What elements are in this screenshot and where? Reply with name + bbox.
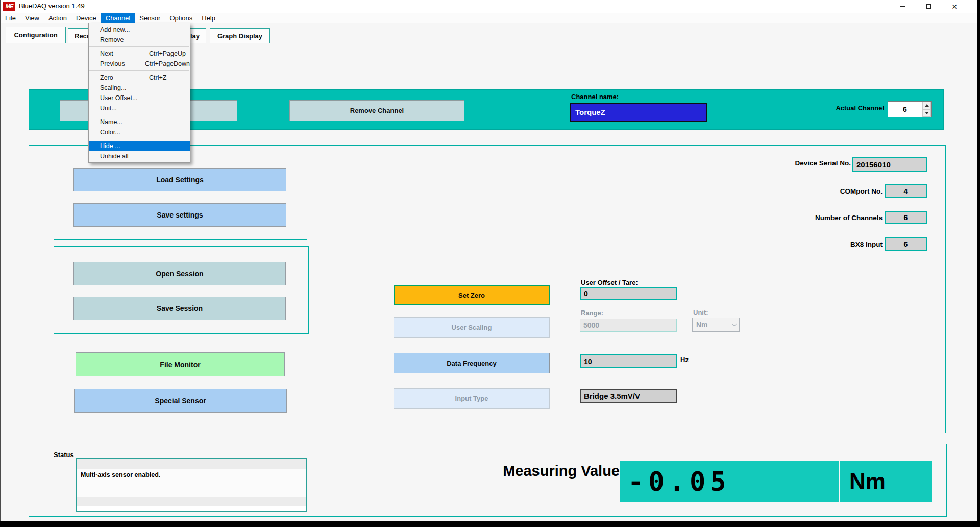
status-message: Multi-axis sensor enabled.: [77, 469, 306, 497]
menu-item-shortcut: Ctrl+PageDown: [145, 60, 190, 67]
menu-view[interactable]: View: [20, 13, 44, 23]
data-frequency-field[interactable]: 10: [580, 354, 677, 368]
status-box: Multi-axis sensor enabled.: [76, 458, 307, 512]
restore-icon: [926, 4, 931, 9]
menu-item-label: Next: [100, 50, 149, 57]
stepper-down-button[interactable]: [922, 109, 931, 117]
unit-dropdown: Nm: [692, 318, 740, 332]
menu-options[interactable]: Options: [165, 13, 197, 23]
minimize-icon: [900, 6, 905, 7]
menu-separator: [89, 139, 189, 139]
menu-action[interactable]: Action: [44, 13, 71, 23]
save-settings-button[interactable]: Save settings: [74, 203, 286, 227]
channel-dropdown-menu: Add new... Remove NextCtrl+PageUp Previo…: [88, 23, 190, 163]
chevron-up-icon: [925, 104, 929, 107]
chevron-down-icon: [925, 112, 929, 114]
menu-item-label: Zero: [100, 74, 149, 81]
bx8-input-field[interactable]: 6: [885, 237, 927, 251]
num-channels-label: Number of Channels: [780, 214, 883, 222]
menu-item-hide[interactable]: Hide ...: [89, 141, 190, 151]
menu-item-previous[interactable]: PreviousCtrl+PageDown: [89, 59, 190, 69]
menu-item-label: Remove: [100, 36, 149, 43]
menu-item-label: Unit...: [100, 105, 149, 112]
actual-channel-stepper[interactable]: 6: [888, 101, 932, 117]
menu-separator: [89, 70, 189, 71]
menu-item-label: Hide ...: [100, 142, 149, 150]
bx8-input-label: BX8 Input: [780, 241, 883, 248]
close-icon: ✕: [951, 3, 958, 10]
device-serial-field[interactable]: 20156010: [852, 157, 927, 172]
range-field: 5000: [580, 319, 677, 332]
file-monitor-button[interactable]: File Monitor: [76, 352, 285, 376]
menu-item-label: User Offset...: [100, 94, 149, 102]
num-channels-field[interactable]: 6: [885, 211, 927, 224]
menu-item-label: Previous: [100, 60, 145, 67]
app-window: ME BlueDAQ version 1.49 ✕ File View Acti…: [0, 0, 977, 521]
measuring-unit-display: Nm: [840, 461, 932, 502]
minimize-button[interactable]: [891, 0, 914, 13]
menu-item-unhide-all[interactable]: Unhide all: [89, 151, 190, 161]
menu-item-user-offset[interactable]: User Offset...: [89, 93, 190, 103]
open-session-button[interactable]: Open Session: [74, 262, 286, 285]
menu-device[interactable]: Device: [71, 13, 101, 23]
menu-help[interactable]: Help: [197, 13, 220, 23]
actual-channel-label: Actual Channel: [828, 104, 884, 112]
user-scaling-button: User Scaling: [394, 317, 550, 338]
measuring-value-display: -0.05: [620, 461, 839, 502]
menu-separator: [89, 115, 189, 115]
status-strip: [77, 497, 306, 506]
menu-sensor[interactable]: Sensor: [135, 13, 165, 23]
set-zero-button[interactable]: Set Zero: [394, 285, 550, 305]
unit-label: Unit:: [693, 308, 708, 316]
menu-item-shortcut: Ctrl+Z: [149, 74, 166, 81]
load-settings-button[interactable]: Load Settings: [74, 168, 286, 191]
app-logo-icon: ME: [3, 2, 15, 11]
menu-item-label: Unhide all: [100, 153, 149, 160]
hz-label: Hz: [680, 356, 689, 364]
user-offset-label: User Offset / Tare:: [581, 279, 638, 286]
channel-name-label: Channel name:: [571, 93, 619, 101]
menu-item-color[interactable]: Color...: [89, 127, 190, 137]
input-type-button: Input Type: [394, 388, 550, 409]
remove-channel-button[interactable]: Remove Channel: [289, 100, 464, 121]
user-offset-field[interactable]: 0: [580, 287, 677, 300]
stepper-buttons: [922, 102, 931, 117]
session-groupbox: Open Session Save Session: [54, 246, 309, 334]
actual-channel-value: 6: [888, 102, 922, 117]
close-button[interactable]: ✕: [943, 0, 966, 13]
menu-separator: [89, 46, 189, 47]
tab-graph-display[interactable]: Graph Display: [210, 28, 270, 43]
menu-item-unit[interactable]: Unit...: [89, 103, 190, 113]
menu-item-label: Add new...: [100, 26, 149, 33]
channel-name-input[interactable]: TorqueZ: [570, 103, 707, 122]
stepper-up-button[interactable]: [922, 102, 931, 109]
device-serial-label: Device Serial No.: [774, 159, 851, 167]
range-label: Range:: [581, 309, 603, 317]
dropdown-arrow-icon: [729, 318, 739, 331]
menu-item-shortcut: Ctrl+PageUp: [149, 50, 186, 57]
menu-item-scaling[interactable]: Scaling...: [89, 83, 190, 93]
menu-item-add-new[interactable]: Add new...: [89, 25, 190, 35]
save-session-button[interactable]: Save Session: [74, 297, 286, 320]
title-bar: ME BlueDAQ version 1.49 ✕: [1, 0, 977, 13]
input-type-field: Bridge 3.5mV/V: [580, 389, 677, 403]
status-label: Status: [54, 451, 74, 459]
tab-configuration[interactable]: Configuration: [6, 27, 66, 43]
comport-label: COMport No.: [780, 187, 883, 195]
menu-item-name[interactable]: Name...: [89, 117, 190, 127]
menu-item-next[interactable]: NextCtrl+PageUp: [89, 49, 190, 59]
menu-item-label: Color...: [100, 129, 149, 136]
unit-value: Nm: [696, 321, 708, 329]
data-frequency-button[interactable]: Data Frequency: [394, 353, 550, 373]
menu-item-label: Name...: [100, 118, 149, 126]
menu-item-label: Scaling...: [100, 84, 149, 91]
menu-item-zero[interactable]: ZeroCtrl+Z: [89, 73, 190, 83]
menu-channel[interactable]: Channel: [101, 13, 135, 23]
restore-button[interactable]: [917, 0, 940, 13]
special-sensor-button[interactable]: Special Sensor: [74, 389, 287, 413]
status-strip: [77, 459, 306, 469]
status-measuring-panel: Status Multi-axis sensor enabled. Measur…: [29, 444, 947, 517]
menu-item-remove[interactable]: Remove: [89, 35, 190, 45]
comport-field[interactable]: 4: [885, 184, 927, 198]
menu-file[interactable]: File: [1, 13, 20, 23]
